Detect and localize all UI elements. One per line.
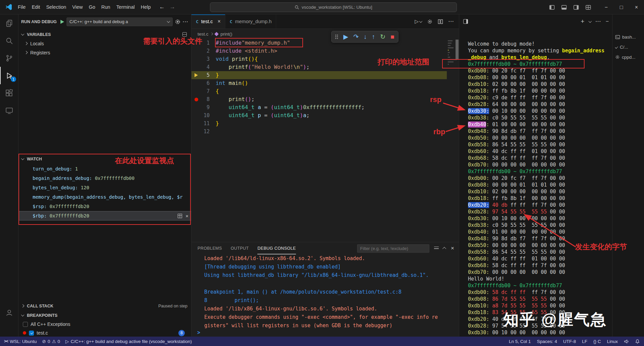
- watch-item[interactable]: bytes_len_debug: 120: [18, 183, 191, 192]
- terminal-picker-chevron-icon[interactable]: [588, 19, 592, 23]
- watch-item[interactable]: begain_address_debug: 0x7fffffffdb00: [18, 174, 191, 183]
- run-and-debug-icon[interactable]: 1: [0, 67, 18, 84]
- launch-config-dropdown[interactable]: C/C++: g++ build and debug a: [67, 17, 173, 26]
- maximize-panel-icon[interactable]: [443, 247, 446, 250]
- toggle-secondary-panel-icon[interactable]: [463, 19, 468, 24]
- close-tab-icon[interactable]: ×: [217, 18, 220, 24]
- gutter[interactable]: [191, 47, 202, 55]
- drag-handle[interactable]: [335, 34, 338, 39]
- toggle-secondary-sidebar-icon[interactable]: [573, 4, 579, 10]
- step-into-button[interactable]: ↓: [364, 33, 367, 41]
- set-value-icon[interactable]: [178, 214, 182, 218]
- terminal-tab-cppdbg[interactable]: cppd...: [612, 52, 644, 62]
- panel-tab-problems[interactable]: PROBLEMS: [198, 242, 222, 254]
- breakpoints-header[interactable]: BREAKPOINTS: [18, 311, 191, 320]
- terminal-tab-task[interactable]: C/...: [612, 42, 644, 52]
- remote-indicator[interactable]: >< WSL: Ubuntu: [4, 339, 37, 344]
- code-line[interactable]: 3void print(){: [191, 55, 447, 63]
- gutter[interactable]: [191, 103, 202, 111]
- source-control-icon[interactable]: [0, 49, 18, 67]
- gutter[interactable]: [191, 87, 202, 95]
- watch-item[interactable]: $rsp: 0x7fffffffdb20: [18, 202, 191, 211]
- gutter[interactable]: [191, 79, 202, 87]
- editor-gear-icon[interactable]: [427, 19, 432, 24]
- breakpoint-checkbox[interactable]: [23, 322, 28, 327]
- minimap[interactable]: [447, 39, 459, 242]
- menu-view[interactable]: View: [69, 3, 86, 11]
- variables-item-registers[interactable]: Registers: [18, 48, 191, 57]
- feedback-icon[interactable]: [624, 339, 629, 344]
- breadcrumb[interactable]: test.c print(): [191, 29, 459, 39]
- code-line[interactable]: 12: [191, 128, 447, 136]
- menu-file[interactable]: File: [15, 3, 29, 11]
- code-line[interactable]: 11}: [191, 119, 447, 128]
- sidebar-more-icon[interactable]: ···: [183, 19, 188, 24]
- close-panel-icon[interactable]: ×: [451, 245, 454, 252]
- code-line[interactable]: 9 uint64_t a = (uint64_t)0xfffffffffffff…: [191, 103, 447, 111]
- status-item-5[interactable]: Linux: [607, 339, 618, 344]
- remote-explorer-icon[interactable]: [0, 102, 18, 119]
- editor-scrollbar[interactable]: [456, 40, 459, 59]
- search-sidebar-icon[interactable]: [0, 32, 18, 49]
- gutter[interactable]: [191, 55, 202, 63]
- code-line[interactable]: 10 uint64_t p = (uint64_t)a;: [191, 111, 447, 119]
- active-task-indicator[interactable]: ▷ C/C++: g++ build and debug active file…: [66, 339, 192, 344]
- status-item-4[interactable]: {} C: [593, 339, 601, 344]
- step-over-button[interactable]: ↷: [353, 33, 359, 41]
- extensions-icon[interactable]: [0, 84, 18, 102]
- breakpoint-checkbox[interactable]: [29, 331, 34, 336]
- hide-panel-icon[interactable]: −: [606, 18, 609, 24]
- watch-item[interactable]: memory_dump(begain_address_debug, bytes_…: [18, 192, 191, 202]
- new-terminal-icon[interactable]: +: [581, 18, 585, 25]
- explorer-icon[interactable]: [0, 14, 18, 32]
- debug-toolbar[interactable]: ▶↷↓↑↻■: [331, 31, 398, 43]
- minimize-button[interactable]: −: [599, 0, 614, 14]
- problems-indicator[interactable]: ⊘ 0 ⚠ 0: [42, 339, 60, 344]
- continue-button[interactable]: ▶: [343, 33, 348, 41]
- status-item-2[interactable]: UTF-8: [563, 339, 576, 344]
- gutter[interactable]: [191, 119, 202, 128]
- forward-arrow-icon[interactable]: →: [170, 4, 175, 10]
- menu-run[interactable]: Run: [98, 3, 114, 11]
- breadcrumb-file[interactable]: test.c: [198, 32, 208, 37]
- panel-tab-debug-console[interactable]: DEBUG CONSOLE: [257, 242, 296, 254]
- menu-help[interactable]: Help: [138, 3, 154, 11]
- breakpoint-item[interactable]: test.c8: [18, 329, 191, 337]
- collapse-all-icon[interactable]: [182, 32, 187, 37]
- breakpoint-icon[interactable]: [195, 98, 198, 101]
- breadcrumb-symbol[interactable]: print(): [220, 32, 232, 37]
- restart-button[interactable]: ↻: [380, 33, 386, 41]
- remove-watch-icon[interactable]: ×: [185, 213, 188, 219]
- toggle-panel-icon[interactable]: [561, 4, 567, 10]
- panel-tab-output[interactable]: OUTPUT: [231, 242, 249, 254]
- close-button[interactable]: ×: [629, 0, 644, 14]
- code-line[interactable]: 7{: [191, 87, 447, 95]
- stop-button[interactable]: ■: [390, 33, 394, 41]
- run-file-button[interactable]: ▷: [415, 18, 422, 24]
- variables-item-locals[interactable]: Locals: [18, 39, 191, 48]
- step-out-button[interactable]: ↑: [372, 33, 375, 41]
- call-stack-header[interactable]: CALL STACK Paused on step: [18, 301, 191, 310]
- back-arrow-icon[interactable]: ←: [159, 4, 165, 10]
- terminal-more-icon[interactable]: ···: [596, 19, 601, 24]
- menu-selection[interactable]: Selection: [43, 3, 69, 11]
- variables-header[interactable]: VARIABLES: [18, 30, 191, 39]
- gutter[interactable]: [191, 128, 202, 136]
- code-line[interactable]: 5}: [191, 71, 447, 79]
- menu-terminal[interactable]: Terminal: [113, 3, 138, 11]
- gutter[interactable]: [191, 95, 202, 103]
- tab-memory_dump.h[interactable]: Cmemory_dump.h: [225, 14, 276, 29]
- console-prompt[interactable]: >: [191, 330, 459, 337]
- status-item-0[interactable]: Ln 5, Col 1: [509, 339, 531, 344]
- code-line[interactable]: 8 print();: [191, 95, 447, 103]
- code-line[interactable]: 1#include"memory_dump.h": [191, 39, 447, 47]
- gutter[interactable]: [191, 111, 202, 119]
- editor-more-icon[interactable]: ···: [448, 19, 454, 24]
- menu-edit[interactable]: Edit: [29, 3, 43, 11]
- gutter[interactable]: [191, 71, 202, 79]
- split-editor-icon[interactable]: [438, 19, 443, 24]
- tab-test.c[interactable]: Ctest.c×: [191, 14, 225, 29]
- terminal-tab-bash[interactable]: bash...: [612, 32, 644, 42]
- code-line[interactable]: 2#include <stdint.h>: [191, 47, 447, 55]
- bell-icon[interactable]: [635, 339, 640, 344]
